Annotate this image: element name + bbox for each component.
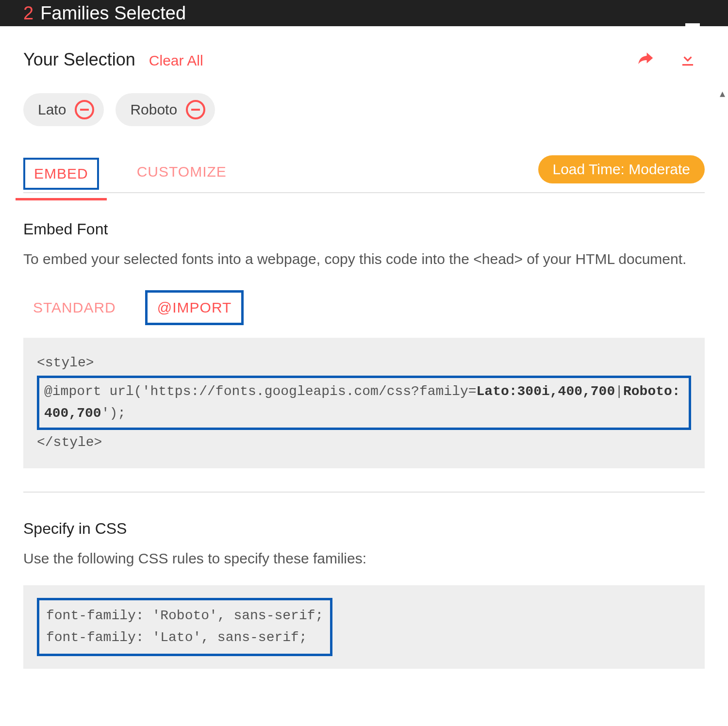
embed-description: To embed your selected fonts into a webp… [23,248,705,271]
header-bar: 2 Families Selected [0,0,728,26]
header-title-group: 2 Families Selected [23,3,186,24]
your-selection-title: Your Selection [23,50,135,70]
code-text: '); [101,406,126,421]
embed-import-highlight: @import url('https://fonts.googleapis.co… [37,376,691,430]
download-icon[interactable] [678,50,697,70]
load-time-badge: Load Time: Moderate [538,155,705,183]
header-title: Families Selected [40,3,186,24]
selected-chips: Lato Roboto [23,93,705,126]
chip-label: Lato [38,101,66,118]
subtab-import[interactable]: @IMPORT [145,290,244,325]
code-text: Lato:300i,400,700 [477,384,615,399]
chip-label: Roboto [130,101,177,118]
css-section: Specify in CSS Use the following CSS rul… [23,520,705,669]
chip-lato: Lato [23,93,104,126]
embed-section: Embed Font To embed your selected fonts … [23,220,705,468]
css-description: Use the following CSS rules to specify t… [23,547,705,570]
share-icon[interactable] [637,50,655,70]
section-divider [23,492,705,493]
clear-all-link[interactable]: Clear All [149,52,203,69]
embed-code-block[interactable]: <style> @import url('https://fonts.googl… [23,338,705,468]
subtab-standard[interactable]: STANDARD [23,293,126,323]
minimize-button[interactable] [685,0,705,26]
tab-customize[interactable]: CUSTOMIZE [128,158,235,190]
code-open-tag: <style> [37,355,94,370]
code-text: @import url('https://fonts.googleapis.co… [44,384,477,399]
css-rules-highlight: font-family: 'Roboto', sans-serif; font-… [37,598,332,656]
remove-lato-icon[interactable] [75,100,94,119]
tab-embed[interactable]: EMBED [23,158,99,190]
panel-scroll-area[interactable]: Your Selection Clear All Lato [0,26,728,726]
css-code-block[interactable]: font-family: 'Roboto', sans-serif; font-… [23,585,705,669]
remove-roboto-icon[interactable] [186,100,205,119]
code-text: | [615,384,623,399]
chip-roboto: Roboto [116,93,215,126]
families-count: 2 [23,3,33,24]
embed-heading: Embed Font [23,220,705,238]
css-heading: Specify in CSS [23,520,705,538]
code-close-tag: </style> [37,435,102,450]
